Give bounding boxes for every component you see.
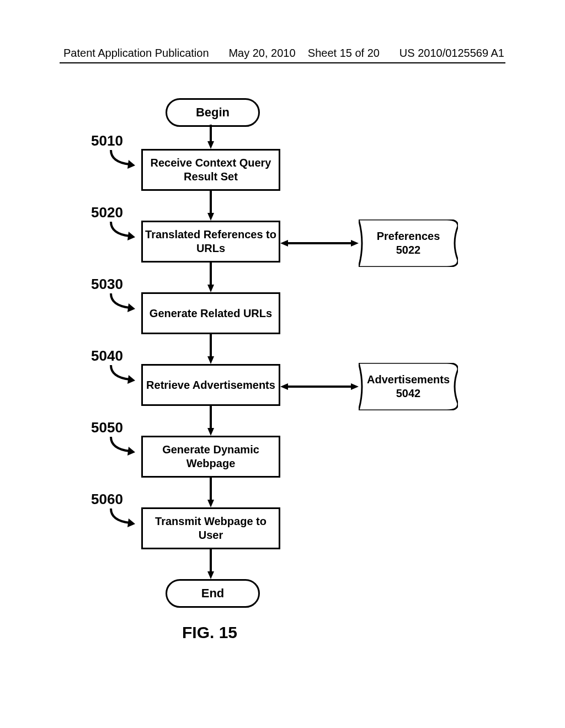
terminator-end-text: End [201, 586, 225, 601]
process-5050-text: Generate Dynamic Webpage [145, 443, 276, 470]
svg-marker-15 [280, 240, 288, 247]
terminator-begin-text: Begin [196, 105, 230, 120]
process-5060-text: Transmit Webpage to User [145, 515, 276, 542]
datastore-5042-ref: 5042 [396, 387, 421, 399]
svg-marker-9 [207, 428, 214, 436]
terminator-end: End [166, 579, 260, 608]
arrow-bidir-icon [280, 239, 359, 247]
process-5050: Generate Dynamic Webpage [141, 436, 280, 478]
ref-5020: 5020 [91, 204, 123, 221]
page-header: Patent Application Publication May 20, 2… [0, 47, 565, 60]
arrow-down-icon [207, 406, 214, 436]
datastore-5022-ref: 5022 [396, 244, 421, 256]
ref-pointer-icon [108, 435, 141, 457]
process-5030: Generate Related URLs [141, 292, 280, 334]
process-5040: Retrieve Advertisements [141, 364, 280, 406]
ref-5010: 5010 [91, 132, 123, 149]
ref-pointer-icon [108, 291, 141, 313]
svg-marker-18 [280, 383, 288, 390]
ref-5040: 5040 [91, 347, 123, 365]
process-5020-text: Translated References to URLs [145, 228, 276, 255]
process-5030-text: Generate Related URLs [150, 307, 272, 320]
header-rule [60, 62, 505, 63]
svg-marker-13 [207, 571, 214, 579]
arrow-down-icon [207, 478, 214, 507]
svg-marker-11 [207, 500, 214, 507]
arrow-down-icon [207, 334, 214, 364]
ref-pointer-icon [108, 220, 141, 242]
svg-marker-16 [351, 240, 359, 247]
datastore-5042-label: Advertisements [367, 373, 450, 386]
arrow-down-icon [207, 549, 214, 579]
terminator-begin: Begin [166, 98, 260, 127]
process-5010: Receive Context Query Result Set [141, 149, 280, 191]
datastore-5042: Advertisements 5042 [359, 363, 458, 410]
ref-5060: 5060 [91, 491, 123, 508]
ref-pointer-icon [108, 506, 141, 528]
process-5010-text: Receive Context Query Result Set [145, 156, 276, 184]
publication-label: Patent Application Publication [63, 47, 209, 60]
svg-marker-5 [207, 285, 214, 292]
process-5020: Translated References to URLs [141, 221, 280, 263]
svg-marker-1 [207, 141, 214, 149]
process-5040-text: Retrieve Advertisements [146, 378, 275, 392]
publication-id: US 2010/0125569 A1 [399, 47, 504, 60]
svg-marker-3 [207, 213, 214, 221]
arrow-down-icon [207, 263, 214, 292]
publication-date: May 20, 2010 Sheet 15 of 20 [228, 47, 380, 60]
ref-pointer-icon [108, 148, 141, 170]
pub-date-text: May 20, 2010 [228, 47, 295, 59]
process-5060: Transmit Webpage to User [141, 507, 280, 549]
datastore-5022-label: Preferences [377, 230, 440, 242]
ref-5030: 5030 [91, 276, 123, 293]
datastore-5022: Preferences 5022 [359, 220, 458, 267]
arrow-bidir-icon [280, 383, 359, 390]
figure-label: FIG. 15 [182, 623, 237, 642]
arrow-down-icon [207, 125, 214, 149]
sheet-number: Sheet 15 of 20 [308, 47, 380, 59]
ref-5050: 5050 [91, 419, 123, 436]
svg-marker-7 [207, 356, 214, 364]
ref-pointer-icon [108, 363, 141, 385]
arrow-down-icon [207, 191, 214, 221]
svg-marker-19 [351, 383, 359, 390]
